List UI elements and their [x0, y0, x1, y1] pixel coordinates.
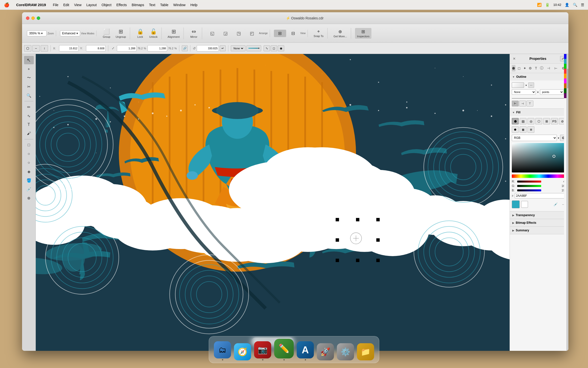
dock-folder[interactable]: 📁 — [357, 343, 374, 360]
eyedropper-tool[interactable]: 💉 — [24, 185, 34, 193]
width-input[interactable] — [117, 45, 136, 52]
radial-grad-btn[interactable]: ◎ — [527, 118, 534, 124]
menu-window[interactable]: Window — [173, 3, 185, 7]
color-picker-area[interactable] — [512, 143, 566, 172]
bezier-tool[interactable]: ∿ — [24, 112, 34, 120]
uniform-fill-btn[interactable]: ⬟ — [512, 118, 519, 124]
fill-sub-btn-1[interactable]: ⬟ — [512, 126, 519, 133]
linear-grad-btn[interactable]: ▤ — [520, 118, 527, 124]
lock-button[interactable]: 🔒 Lock — [134, 27, 146, 39]
get-more-button[interactable]: ⊕ Get More... — [331, 28, 349, 39]
pen-tool[interactable]: ✏ — [24, 103, 34, 111]
lock-ratio-btn[interactable]: 🔗 — [182, 45, 188, 51]
outline-more-btn[interactable]: ··· — [528, 82, 534, 88]
fill-select[interactable]: None — [233, 47, 244, 50]
outline-color-preview[interactable] — [512, 82, 524, 88]
transform-btn-3[interactable]: ◉ — [278, 45, 284, 51]
panel-scrollbar[interactable] — [566, 54, 568, 351]
menu-view[interactable]: View — [74, 3, 81, 7]
texture-fill-btn[interactable]: ⊞ — [543, 118, 550, 124]
dock-rocket[interactable]: 🚀 — [317, 343, 334, 360]
fill-sub-btn-3[interactable]: ⊞ — [527, 126, 534, 133]
dock-system-prefs[interactable]: ⚙️ — [337, 343, 354, 360]
arrange-btn-3[interactable]: ◳ — [233, 30, 245, 37]
view-btn-2[interactable]: ⊟ — [287, 30, 299, 37]
outline-type-select[interactable]: None — [512, 89, 536, 95]
menu-icon[interactable]: ☰ — [581, 3, 584, 7]
panel-scroll-area[interactable]: ▼ Outline ▾ ··· None ▾ — [510, 73, 568, 351]
fill-indicator[interactable]: None — [231, 45, 245, 51]
outline-indicator[interactable]: ▾ — [246, 45, 261, 51]
hex-input[interactable] — [515, 193, 566, 198]
outline-style-btn-3[interactable]: ⊤ — [527, 101, 533, 106]
close-button[interactable] — [26, 16, 29, 20]
effects-tab-icon[interactable]: ✦ — [523, 65, 527, 71]
properties-tab-icon[interactable]: ⚙ — [528, 65, 532, 71]
zoom-tool[interactable]: 🔍 — [24, 91, 34, 100]
g-slider[interactable] — [517, 185, 541, 187]
mirror-button[interactable]: ⇔ Mirror — [188, 27, 200, 39]
transparency-section-header[interactable]: ▶ Transparency — [510, 211, 568, 219]
inspectors-button[interactable]: ⊞ Inspectors — [355, 28, 371, 39]
alignment-button[interactable]: ⊞ Alignment — [166, 27, 182, 39]
menu-file[interactable]: File — [53, 3, 59, 7]
fill-tool[interactable]: 🪣 — [24, 176, 34, 184]
menu-object[interactable]: Object — [102, 3, 111, 7]
previous-color-swatch[interactable] — [521, 201, 528, 208]
fill-section-header[interactable]: ▼ Fill — [510, 109, 568, 116]
transform-btn-1[interactable]: ⤡ — [264, 45, 270, 51]
text-tool[interactable]: T — [24, 120, 34, 129]
search-icon[interactable]: 🔍 — [573, 3, 577, 7]
distort-tool[interactable]: ◈ — [24, 167, 34, 176]
freehand-tool[interactable]: 〜 — [24, 74, 34, 82]
dock-text-input[interactable]: A — [297, 341, 314, 360]
panel-dock-right-btn[interactable]: ⊢ — [553, 65, 559, 71]
outline-style-btn-1[interactable]: ⊢ — [512, 101, 519, 106]
height-input[interactable] — [147, 45, 167, 52]
arrange-btn-4[interactable]: ◰ — [246, 30, 258, 37]
x-input[interactable] — [59, 45, 79, 52]
apple-menu[interactable]: 🍎 — [4, 2, 9, 8]
dock-screenium[interactable]: 📷 — [254, 341, 271, 360]
crop-tool[interactable]: ✂ — [24, 82, 34, 91]
color-model-select[interactable]: RGB CMYK HSL — [512, 135, 557, 141]
dock-finder[interactable]: 🗂 — [214, 341, 231, 360]
maximize-button[interactable] — [37, 16, 40, 20]
menu-table[interactable]: Table — [160, 3, 168, 7]
outline-style-btn-2[interactable]: ⊣ — [519, 101, 526, 106]
eyedropper-btn[interactable]: 💉 — [552, 201, 559, 208]
blend-tool[interactable]: ⊗ — [24, 194, 34, 202]
arrange-btn-2[interactable]: ◲ — [219, 30, 232, 37]
panel-close-btn[interactable]: ✕ — [513, 57, 516, 61]
transform-btn-2[interactable]: ◻ — [271, 45, 277, 51]
paint-tool[interactable]: 🖌 — [24, 129, 34, 138]
current-color-swatch[interactable] — [512, 200, 520, 208]
menu-effects[interactable]: Effects — [116, 3, 127, 7]
dock-safari[interactable]: 🧭 — [234, 343, 251, 360]
canvas-area[interactable]: CorelDRAW 2019 — [36, 54, 510, 351]
ellipse-tool[interactable]: ○ — [24, 150, 34, 158]
polygon-tool[interactable]: ○ — [24, 158, 34, 167]
panel-scrollbar-thumb[interactable] — [567, 69, 568, 88]
info-tab-icon[interactable]: ⓘ — [540, 65, 543, 71]
group-button[interactable]: ⬜ Group — [100, 27, 113, 39]
unlock-button[interactable]: 🔓 Unlock — [147, 27, 159, 39]
outline-unit-select[interactable]: points — [540, 89, 564, 95]
r-slider[interactable] — [517, 181, 541, 183]
zoom-dropdown[interactable]: 355% % ▾ — [27, 30, 47, 36]
fill-sub-btn-2[interactable]: ▦ — [520, 126, 527, 133]
rotation-input[interactable] — [197, 45, 219, 52]
view-btn-1[interactable]: ⊞ — [274, 30, 286, 37]
panel-dock-left-btn[interactable]: ⊣ — [545, 65, 552, 71]
node-tool[interactable]: ⋄ — [24, 65, 34, 73]
outline-tab-icon[interactable]: ◻ — [517, 65, 521, 71]
menu-bitmaps[interactable]: Bitmaps — [132, 3, 144, 7]
rotation-confirm-btn[interactable]: ↵ — [220, 45, 226, 51]
hue-slider[interactable] — [512, 174, 566, 178]
snap-to-button[interactable]: ⌖ Snap To — [312, 28, 325, 39]
rectangle-tool[interactable]: □ — [24, 141, 34, 149]
menu-text[interactable]: Text — [149, 3, 155, 7]
view-mode-dropdown[interactable]: Enhanced ▾ — [60, 30, 80, 36]
menu-help[interactable]: Help — [190, 3, 197, 7]
summary-section-header[interactable]: ▶ Summary — [510, 227, 568, 234]
